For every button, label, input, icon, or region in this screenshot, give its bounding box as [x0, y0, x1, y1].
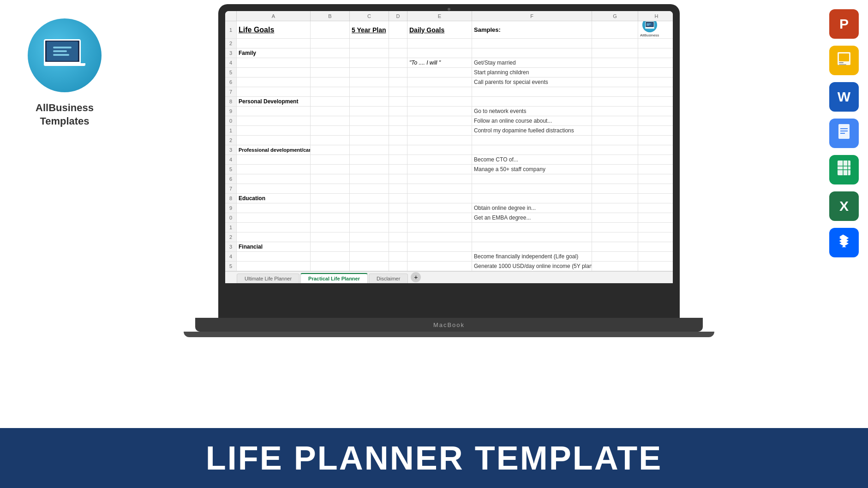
screen-line-3 [53, 54, 69, 56]
cell-9e [407, 107, 472, 116]
cell-15g [592, 165, 638, 174]
table-row: 1 Control my dopamine fuelled distractio… [225, 126, 673, 136]
cell-23b [311, 242, 350, 251]
google-sheets-icon[interactable] [829, 155, 859, 184]
cell-3g [592, 48, 638, 58]
cell-18b [311, 194, 350, 203]
row-num: 4 [225, 58, 237, 67]
cell-financial: Financial [237, 242, 311, 251]
cell-20h [638, 213, 673, 222]
cell-24g [592, 252, 638, 261]
tab-ultimate-life-planner[interactable]: Ultimate Life Planner [237, 274, 299, 283]
cell-4c [350, 58, 389, 67]
cell-13e [407, 145, 472, 155]
cell-25e [407, 262, 472, 271]
google-docs-icon[interactable] [829, 119, 859, 148]
cell-8h [638, 97, 673, 106]
cell-11c [350, 126, 389, 135]
powerpoint-icon[interactable]: P [829, 9, 859, 39]
cell-8b [311, 97, 350, 106]
cell-14h [638, 155, 673, 164]
col-header-a: A [237, 11, 311, 21]
cell-18d [389, 194, 407, 203]
row-num: 9 [225, 203, 237, 213]
cell-24h [638, 252, 673, 261]
table-row: 2 [225, 136, 673, 145]
cell-4b [311, 58, 350, 67]
add-sheet-button[interactable]: + [411, 272, 421, 282]
tab-practical-life-planner[interactable]: Practical Life Planner [300, 273, 368, 283]
dropbox-shape [835, 232, 853, 254]
table-row: 4 Become CTO of... [225, 155, 673, 165]
cell-24e [407, 252, 472, 261]
row-num: 6 [225, 174, 237, 184]
cell-10c [350, 116, 389, 125]
cell-23d [389, 242, 407, 251]
grid-body: 1 Life Goals 5 Year Plan Daily Goals Sam… [225, 21, 673, 283]
cell-17g [592, 184, 638, 193]
cell-samples-header: Samples: [472, 21, 592, 38]
cell-7h [638, 87, 673, 96]
cell-17f [472, 184, 592, 193]
cell-22h [638, 232, 673, 242]
cell-1g [592, 21, 638, 38]
cell-9a [237, 107, 311, 116]
cell-19e [407, 203, 472, 213]
cell-14e [407, 155, 472, 164]
logo-laptop-screen [44, 39, 81, 63]
screen-line-2 [53, 50, 67, 52]
cell-13b [311, 145, 350, 155]
dropbox-icon[interactable] [829, 228, 859, 257]
table-row: 7 [225, 87, 673, 97]
google-slides-icon[interactable] [829, 46, 859, 75]
svg-rect-1 [647, 23, 653, 26]
cell-25h [638, 262, 673, 271]
powerpoint-letter: P [839, 16, 849, 32]
spreadsheet: A B C D E F G H 1 Life Goal [225, 11, 673, 283]
cell-5d [389, 68, 407, 77]
camera-dot [448, 8, 450, 11]
cell-15b [311, 165, 350, 174]
cell-21b [311, 223, 350, 232]
screen-line-1 [53, 47, 72, 48]
cell-6a [237, 77, 311, 87]
row-num: 6 [225, 77, 237, 87]
cell-25b [311, 262, 350, 271]
cell-7e [407, 87, 472, 96]
cell-4h [638, 58, 673, 67]
cell-16d [389, 174, 407, 184]
cell-20a [237, 213, 311, 222]
row-num: 5 [225, 262, 237, 271]
cell-4g [592, 58, 638, 67]
table-row: 1 [225, 223, 673, 232]
cell-25g [592, 262, 638, 271]
laptop-bottom-bar: MacBook [195, 318, 703, 332]
excel-icon[interactable]: X [829, 191, 859, 221]
cell-18e [407, 194, 472, 203]
cell-8f [472, 97, 592, 106]
cell-11e [407, 126, 472, 135]
cell-15h [638, 165, 673, 174]
cell-family: Family [237, 48, 311, 58]
word-icon[interactable]: W [829, 82, 859, 112]
cell-24c [350, 252, 389, 261]
cell-2c [350, 39, 389, 48]
row-num: 5 [225, 165, 237, 174]
table-row: 5 Manage a 50+ staff company [225, 165, 673, 174]
col-header-c: C [350, 11, 389, 21]
cell-8c [350, 97, 389, 106]
table-row: 8 Education [225, 194, 673, 203]
cell-11h [638, 126, 673, 135]
col-header-h: H [638, 11, 673, 21]
cell-23g [592, 242, 638, 251]
cell-network-events: Go to network events [472, 107, 592, 116]
banner-title: LIFE PLANNER TEMPLATE [206, 439, 663, 477]
cell-10e [407, 116, 472, 125]
cell-5year-plan: 5 Year Plan [350, 21, 389, 38]
tab-disclaimer[interactable]: Disclaimer [369, 274, 408, 283]
row-num: 2 [225, 39, 237, 48]
svg-rect-4 [645, 27, 654, 29]
cell-20g [592, 213, 638, 222]
cell-10b [311, 116, 350, 125]
cell-2h [638, 39, 673, 48]
